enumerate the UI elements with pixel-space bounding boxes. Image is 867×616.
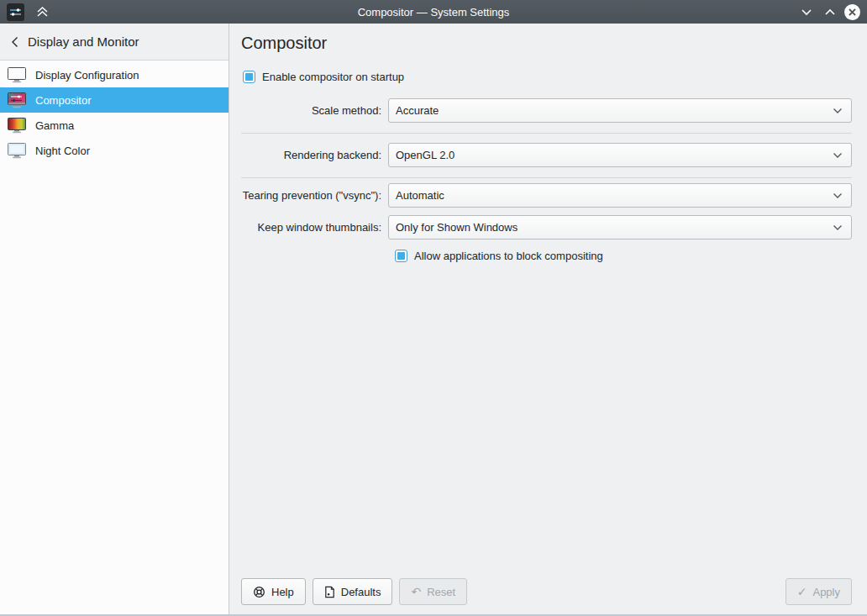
sliders-icon [9, 7, 22, 18]
defaults-document-icon [324, 586, 335, 598]
scale-method-value: Accurate [396, 104, 439, 117]
sidebar: Display and Monitor Display Configuratio… [0, 24, 229, 614]
sidebar-list: Display Configuration [0, 61, 229, 163]
defaults-button[interactable]: Defaults [313, 578, 393, 605]
divider [241, 133, 852, 134]
display-configuration-icon [8, 67, 26, 83]
chevron-up-icon [824, 8, 836, 16]
close-icon [848, 8, 857, 17]
sidebar-item-compositor[interactable]: Compositor [0, 87, 229, 113]
double-chevron-up-icon [36, 6, 49, 18]
checkmark-icon: ✓ [797, 586, 807, 598]
reset-button-label: Reset [427, 586, 455, 598]
reset-button[interactable]: ↶ Reset [399, 578, 467, 605]
compositor-icon [8, 92, 26, 108]
keep-thumbnails-value: Only for Shown Windows [396, 221, 518, 234]
close-button[interactable] [844, 4, 860, 20]
minimize-button[interactable] [797, 3, 816, 21]
chevron-down-icon [833, 108, 843, 114]
sidebar-item-night-color[interactable]: Night Color [0, 138, 229, 163]
chevron-down-icon [833, 224, 843, 231]
divider [241, 177, 852, 178]
sidebar-item-label: Compositor [35, 94, 91, 107]
rendering-backend-value: OpenGL 2.0 [396, 149, 455, 161]
help-lifebuoy-icon [253, 586, 265, 598]
tearing-prevention-value: Automatic [396, 189, 444, 202]
system-settings-window: Compositor — System Settings [0, 0, 867, 616]
apply-button[interactable]: ✓ Apply [786, 578, 852, 605]
help-button[interactable]: Help [241, 578, 306, 605]
compositor-settings-panel: Compositor Enable compositor on startup … [229, 24, 867, 614]
chevron-down-icon [801, 8, 812, 16]
allow-block-compositing-label: Allow applications to block compositing [414, 250, 603, 262]
sidebar-header-label: Display and Monitor [28, 34, 139, 49]
tearing-prevention-label: Tearing prevention ("vsync"): [241, 189, 388, 202]
apply-button-label: Apply [812, 586, 840, 598]
maximize-button[interactable] [821, 3, 839, 21]
scale-method-select[interactable]: Accurate [388, 98, 852, 123]
sidebar-item-label: Night Color [35, 145, 90, 157]
rendering-backend-select[interactable]: OpenGL 2.0 [388, 143, 852, 167]
titlebar: Compositor — System Settings [0, 0, 867, 24]
chevron-down-icon [833, 192, 843, 199]
defaults-button-label: Defaults [341, 586, 381, 598]
back-to-display-and-monitor[interactable]: Display and Monitor [0, 24, 229, 61]
checkbox-checked-icon [243, 71, 255, 83]
chevron-down-icon [833, 152, 843, 159]
window-title: Compositor — System Settings [0, 6, 867, 18]
sidebar-item-label: Display Configuration [35, 69, 139, 82]
button-bar: Help Defaults ↶ Reset ✓ Ap [241, 578, 852, 605]
help-button-label: Help [271, 586, 294, 598]
keep-thumbnails-select[interactable]: Only for Shown Windows [388, 215, 852, 240]
sidebar-item-gamma[interactable]: Gamma [0, 113, 229, 138]
gamma-icon [8, 118, 26, 134]
sidebar-item-label: Gamma [35, 119, 74, 132]
night-color-icon [8, 143, 26, 159]
app-icon[interactable] [7, 3, 24, 21]
undo-icon: ↶ [411, 586, 421, 598]
sidebar-item-display-configuration[interactable]: Display Configuration [0, 62, 229, 87]
chevron-left-icon [11, 36, 18, 48]
enable-compositor-checkbox[interactable]: Enable compositor on startup [243, 71, 852, 83]
tearing-prevention-select[interactable]: Automatic [388, 183, 852, 208]
rendering-backend-label: Rendering backend: [241, 149, 388, 161]
scale-method-label: Scale method: [241, 104, 388, 117]
collapse-all-button[interactable] [33, 3, 51, 21]
allow-block-compositing-checkbox[interactable]: Allow applications to block compositing [395, 250, 852, 262]
enable-compositor-label: Enable compositor on startup [262, 71, 404, 83]
checkbox-checked-icon [395, 250, 407, 262]
page-title: Compositor [241, 32, 852, 54]
keep-thumbnails-label: Keep window thumbnails: [241, 221, 388, 234]
